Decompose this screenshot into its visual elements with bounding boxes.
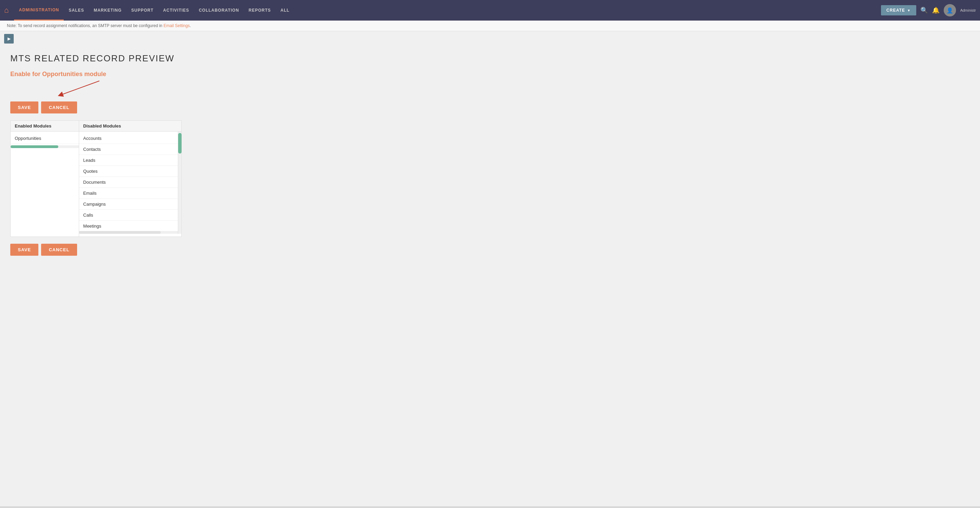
svg-line-1 [62, 81, 99, 95]
disabled-modules-header: Disabled Modules [79, 121, 181, 132]
play-button-bar: ▶ [0, 31, 980, 46]
nav-item-reports[interactable]: REPORTS [244, 0, 276, 21]
module-item-emails[interactable]: Emails [79, 188, 181, 199]
scrollbar-h-left [11, 145, 79, 148]
module-item-accounts[interactable]: Accounts [79, 133, 181, 144]
nav-items: ADMINISTRATION SALES MARKETING SUPPORT A… [14, 0, 881, 21]
nav-item-marketing[interactable]: MARKETING [89, 0, 126, 21]
nav-item-activities[interactable]: ACTIVITIES [158, 0, 194, 21]
chevron-down-icon: ▼ [907, 9, 911, 12]
create-button[interactable]: CREATE ▼ [881, 5, 916, 16]
footer: © Supercharged by SuiteCRM © Powered By … [0, 506, 980, 508]
top-button-row: SAVE CANCEL [10, 102, 970, 113]
nav-item-all[interactable]: ALL [276, 0, 294, 21]
module-item-contacts[interactable]: Contacts [79, 144, 181, 155]
scrollbar-thumb-disabled [79, 231, 161, 234]
notice-text: Note: To send record assignment notifica… [7, 23, 164, 28]
bottom-button-row: SAVE CANCEL [10, 244, 970, 256]
enabled-modules-header: Enabled Modules [11, 121, 79, 132]
module-item-campaigns[interactable]: Campaigns [79, 199, 181, 210]
nav-right: CREATE ▼ 🔍 🔔 👤 Administr [881, 4, 976, 16]
play-button[interactable]: ▶ [4, 34, 14, 43]
module-item-leads[interactable]: Leads [79, 155, 181, 166]
scrollbar-thumb-h-left [11, 145, 58, 148]
page-title: MTS RELATED RECORD PREVIEW [10, 53, 970, 64]
cancel-button-bottom[interactable]: CANCEL [41, 244, 77, 256]
disabled-modules-col: Disabled Modules Accounts Contacts Leads… [79, 121, 181, 237]
annotation-label: Enable for Opportunities module [10, 71, 106, 78]
enabled-modules-col: Enabled Modules Opportunities [11, 121, 79, 237]
notice-text-after: . [190, 23, 191, 28]
enabled-scrollbar-h[interactable] [11, 145, 79, 148]
module-item-meetings[interactable]: Meetings [79, 221, 181, 231]
admin-label[interactable]: Administr [960, 8, 976, 12]
create-label: CREATE [886, 8, 905, 13]
search-icon[interactable]: 🔍 [920, 6, 928, 14]
disabled-modules-list: Accounts Contacts Leads Quotes Documents… [79, 132, 181, 231]
nav-item-collaboration[interactable]: COLLABORATION [194, 0, 243, 21]
top-notice: Note: To send record assignment notifica… [0, 21, 980, 31]
modules-container: Enabled Modules Opportunities Disabled M… [10, 120, 181, 237]
avatar[interactable]: 👤 [944, 4, 956, 16]
module-item-calls[interactable]: Calls [79, 210, 181, 221]
vertical-scrollbar[interactable] [178, 132, 181, 234]
navbar: ⌂ ADMINISTRATION SALES MARKETING SUPPORT… [0, 0, 980, 21]
nav-item-sales[interactable]: SALES [64, 0, 89, 21]
module-item-documents[interactable]: Documents [79, 177, 181, 188]
save-button-bottom[interactable]: SAVE [10, 244, 38, 256]
enabled-modules-list: Opportunities [11, 132, 79, 145]
cancel-button-top[interactable]: CANCEL [41, 102, 77, 113]
home-icon[interactable]: ⌂ [4, 6, 9, 15]
module-item-opportunities[interactable]: Opportunities [11, 133, 79, 144]
vertical-scroll-thumb [178, 133, 181, 154]
bell-icon[interactable]: 🔔 [932, 6, 940, 14]
module-item-quotes[interactable]: Quotes [79, 166, 181, 177]
main-content: MTS RELATED RECORD PREVIEW Enable for Op… [0, 46, 980, 506]
save-button-top[interactable]: SAVE [10, 102, 38, 113]
modules-panel: Enabled Modules Opportunities Disabled M… [10, 120, 181, 237]
disabled-scrollbar-h[interactable] [79, 231, 181, 234]
nav-item-administration[interactable]: ADMINISTRATION [14, 0, 64, 21]
nav-item-support[interactable]: SUPPORT [126, 0, 158, 21]
email-settings-link[interactable]: Email Settings [164, 23, 190, 28]
